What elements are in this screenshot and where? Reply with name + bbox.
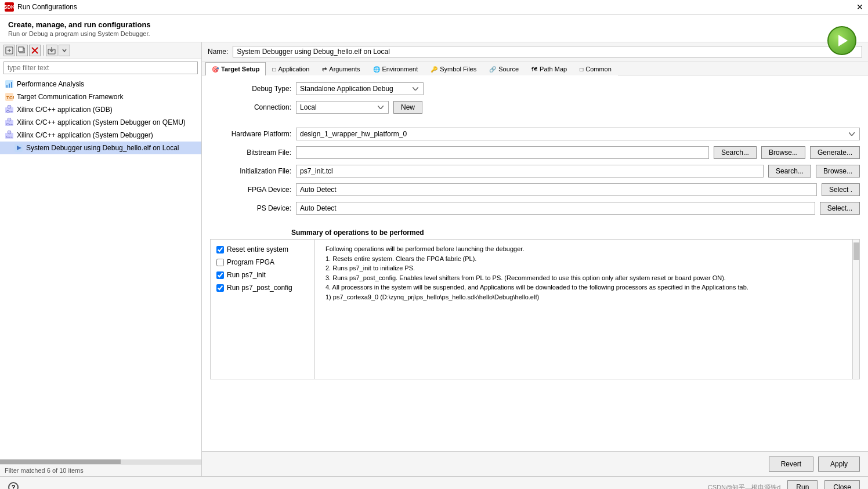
arguments-icon: ⇄ [322, 66, 327, 73]
connection-label: Connection: [210, 103, 291, 111]
left-panel-footer: Filter matched 6 of 10 items [0, 464, 201, 476]
init-file-input[interactable] [296, 165, 764, 178]
program-fpga-label: Program FPGA [227, 258, 274, 266]
svg-text:C++: C++ [6, 110, 13, 113]
ps-device-input[interactable] [296, 202, 815, 215]
checkbox-reset-system-row: Reset entire system [216, 245, 309, 253]
tab-application[interactable]: □ Application [266, 62, 316, 75]
init-file-row: Initialization File: Search... Browse... [210, 165, 860, 178]
svg-point-21 [8, 131, 11, 134]
duplicate-config-button[interactable] [16, 45, 28, 56]
export-button[interactable] [46, 45, 57, 56]
delete-config-button[interactable] [29, 45, 41, 56]
operations-layout: Reset entire system Program FPGA Run ps7… [210, 239, 860, 379]
tree-item-tcf[interactable]: TCP Target Communication Framework [0, 90, 201, 103]
run-ps7-post-label: Run ps7_post_config [227, 284, 292, 292]
operations-text-content: Following operations will be performed b… [326, 244, 850, 302]
fpga-select-button[interactable]: Select . [822, 183, 860, 196]
run-button[interactable]: Run [787, 480, 818, 489]
operations-line-2: 3. Runs ps7_post_config. Enables level s… [326, 273, 850, 283]
operations-line-3: 4. All processors in the system will be … [326, 282, 850, 292]
name-bar: Name: [202, 42, 868, 61]
init-search-button[interactable]: Search... [768, 165, 811, 178]
tree-item-sys-dbg-local[interactable]: System Debugger using Debug_hello.elf on… [0, 142, 201, 154]
init-browse-button[interactable]: Browse... [816, 165, 860, 178]
tcf-icon: TCP [5, 92, 14, 102]
operations-title: Summary of operations to be performed [291, 229, 860, 237]
name-label: Name: [208, 48, 228, 56]
reset-system-label: Reset entire system [227, 245, 288, 253]
new-config-button[interactable] [3, 45, 15, 56]
tree-item-perf[interactable]: Performance Analysis [0, 78, 201, 90]
run-ps7-init-label: Run ps7_init [227, 271, 266, 279]
run-ps7-init-checkbox[interactable] [216, 271, 224, 279]
tabs-bar: 🎯 Target Setup □ Application ⇄ Arguments… [202, 61, 868, 75]
debug-type-select[interactable]: Standalone Application Debug Linux Appli… [296, 82, 424, 95]
program-fpga-checkbox[interactable] [216, 259, 224, 266]
window-close-icon[interactable]: ✕ [856, 2, 863, 12]
close-button[interactable]: Close [824, 480, 860, 489]
filter-status: Filter matched 6 of 10 items [5, 467, 84, 474]
title-bar: SDK Run Configurations ✕ [0, 0, 868, 15]
debug-type-row: Debug Type: Standalone Application Debug… [210, 82, 860, 95]
more-button[interactable] [59, 45, 70, 56]
bitstream-generate-button[interactable]: Generate... [810, 146, 860, 159]
main-layout: Performance Analysis TCP Target Communic… [0, 42, 868, 476]
tab-path-map[interactable]: 🗺 Path Map [525, 62, 573, 75]
bitstream-search-button[interactable]: Search... [714, 146, 757, 159]
hardware-platform-select[interactable]: design_1_wrapper_hw_platform_0 [296, 128, 860, 140]
header-section: Create, manage, and run configurations R… [0, 15, 868, 42]
tab-source[interactable]: 🔗 Source [483, 62, 525, 75]
fpga-device-input[interactable] [296, 183, 817, 196]
xilinx-sysdbg-icon: C++ [5, 131, 14, 140]
operations-section: → 选择复位 Summary of operations to be perfo… [210, 220, 860, 379]
spacer-1 [210, 119, 860, 128]
bitstream-file-input[interactable] [296, 146, 709, 159]
play-button[interactable] [827, 26, 856, 55]
fpga-device-row: FPGA Device: Select . [210, 183, 860, 196]
window-title: Run Configurations [17, 3, 77, 11]
svg-text:TCP: TCP [6, 95, 14, 100]
tree-list: Performance Analysis TCP Target Communic… [0, 77, 201, 459]
operations-line-4: 1) ps7_cortexa9_0 (D:\zynq_prj\ps_hello\… [326, 292, 850, 302]
tree-item-label-perf: Performance Analysis [17, 80, 84, 88]
reset-system-checkbox[interactable] [216, 246, 224, 253]
tab-symbol-files[interactable]: 🔑 Symbol Files [424, 62, 483, 75]
run-ps7-post-checkbox[interactable] [216, 284, 224, 292]
tab-arguments[interactable]: ⇄ Arguments [316, 62, 366, 75]
svg-point-15 [8, 105, 11, 108]
name-input[interactable] [233, 46, 862, 57]
tree-item-label-sys-dbg-local: System Debugger using Debug_hello.elf on… [26, 144, 179, 152]
filter-input[interactable] [3, 61, 198, 74]
tab-label-application: Application [278, 66, 309, 73]
target-setup-icon: 🎯 [212, 66, 219, 73]
left-scrollbar[interactable] [0, 459, 201, 464]
tree-item-xilinx-gdb[interactable]: C++ Xilinx C/C++ application (GDB) [0, 103, 201, 116]
sys-dbg-local-icon [14, 143, 23, 153]
new-connection-button[interactable]: New [393, 101, 422, 114]
apply-button[interactable]: Apply [818, 457, 860, 472]
tab-label-symbol-files: Symbol Files [440, 66, 476, 73]
operations-intro: Following operations will be performed b… [326, 244, 850, 254]
tab-target-setup[interactable]: 🎯 Target Setup [205, 62, 266, 75]
left-panel: Performance Analysis TCP Target Communic… [0, 42, 202, 476]
checkboxes-panel: Reset entire system Program FPGA Run ps7… [211, 240, 315, 379]
ps-select-button[interactable]: Select... [820, 202, 860, 215]
tab-environment[interactable]: 🌐 Environment [367, 62, 425, 75]
help-button[interactable]: ? [8, 482, 19, 489]
tab-common[interactable]: □ Common [573, 62, 618, 75]
revert-button[interactable]: Revert [769, 457, 813, 472]
tree-item-xilinx-qemu[interactable]: C++ Xilinx C/C++ application (System Deb… [0, 116, 201, 129]
connection-select[interactable]: Local Remote [296, 101, 389, 114]
init-file-label: Initialization File: [210, 167, 291, 175]
fpga-device-label: FPGA Device: [210, 186, 291, 194]
text-scrollbar[interactable] [852, 240, 859, 379]
perf-icon [5, 79, 14, 89]
bitstream-browse-button[interactable]: Browse... [761, 146, 805, 159]
bitstream-file-label: Bitstream File: [210, 148, 291, 157]
tree-item-xilinx-sysdbg[interactable]: C++ Xilinx C/C++ application (System Deb… [0, 129, 201, 142]
symbol-files-icon: 🔑 [431, 66, 437, 73]
hardware-platform-row: Hardware Platform: design_1_wrapper_hw_p… [210, 128, 860, 140]
right-panel: Name: 🎯 Target Setup □ Application ⇄ Arg… [202, 42, 868, 476]
ps-device-row: PS Device: Select... [210, 202, 860, 215]
